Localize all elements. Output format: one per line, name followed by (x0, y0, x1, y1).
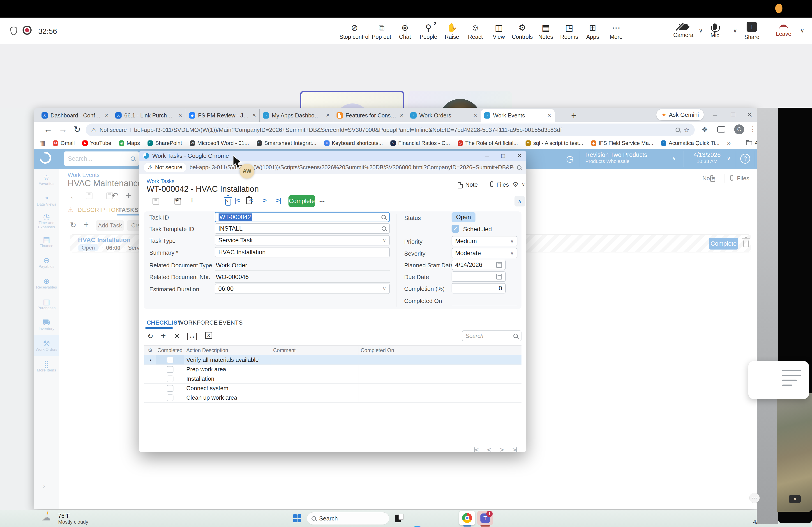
close-tab-icon[interactable]: ✕ (548, 112, 551, 118)
meeting-control-button[interactable]: ◫ View (487, 18, 510, 44)
bookmark-item[interactable]: ∿ Financial Ratios - C... (390, 140, 450, 146)
files-label[interactable]: Files (496, 181, 509, 188)
reload-icon[interactable]: ↻ (74, 124, 81, 134)
browser-tab[interactable]: ◆ FS PM Review - Jira ✕ (186, 109, 260, 122)
gear-icon[interactable]: ⚙ (512, 180, 519, 188)
completed-checkbox[interactable] (167, 394, 173, 401)
more-options-button[interactable]: ⋯ (749, 493, 760, 503)
completed-checkbox[interactable] (167, 357, 173, 363)
grid-refresh-icon[interactable]: ↻ (147, 332, 154, 340)
meeting-control-button[interactable]: ⚲ 2 People (417, 18, 440, 44)
task-type-select[interactable]: Service Task ∨ (215, 235, 390, 245)
start-button[interactable] (293, 514, 301, 522)
taskbar-search[interactable]: Search (307, 512, 389, 525)
note-label[interactable]: Note (465, 181, 478, 188)
grid-prev-page-icon[interactable]: < (487, 446, 491, 452)
first-record-icon[interactable]: |< (235, 197, 240, 204)
popup-titlebar[interactable]: Work Tasks - Google Chrome – □ ✕ (139, 151, 526, 161)
close-tab-icon[interactable]: ✕ (400, 112, 404, 118)
completion-input[interactable]: 0 (452, 283, 506, 293)
meeting-control-button[interactable]: ⋯ More (605, 18, 627, 44)
close-tab-icon[interactable]: ✕ (474, 112, 478, 118)
tab-events[interactable]: EVENTS (219, 319, 243, 326)
action-description-cell[interactable]: Clean up work area (184, 393, 271, 402)
comment-cell[interactable] (271, 374, 358, 383)
forward-icon[interactable]: → (59, 124, 67, 134)
action-description-cell[interactable]: Installation (184, 374, 271, 383)
browser-tab[interactable]: ▙ Features for Construction | ✕ (333, 109, 407, 122)
browser-tab[interactable]: ◔ Work Orders ✕ (407, 109, 481, 122)
browser-tab[interactable]: ◔ Work Events ✕ (481, 109, 555, 122)
meeting-control-button[interactable]: ⊞ Apps (581, 18, 604, 44)
action-description-cell[interactable]: Prep work area (184, 365, 271, 374)
col-action-description[interactable]: Action Description (184, 346, 271, 355)
planned-start-input[interactable]: 4/14/2026 (452, 260, 506, 270)
bookmark-item[interactable]: ◎ The Role of Artificial... (458, 140, 518, 146)
camera-preview[interactable] (777, 393, 812, 512)
estimated-duration-input[interactable]: 06:00 ∨ (215, 284, 390, 294)
completed-checkbox[interactable] (167, 376, 173, 382)
scheduled-checkbox[interactable]: ✓ (452, 225, 459, 232)
bookmark-item[interactable]: W Microsoft Word - 01... (190, 140, 249, 146)
profile-avatar[interactable]: C (734, 124, 744, 134)
completed-on-cell[interactable] (358, 393, 408, 402)
ask-gemini-button[interactable]: ✦ Ask Gemini (656, 109, 704, 120)
bookmark-item[interactable]: ⌗ Keyboard shortcuts... (324, 140, 383, 146)
close-tab-icon[interactable]: ✕ (105, 112, 109, 118)
popup-breadcrumb[interactable]: Work Tasks (147, 178, 174, 184)
next-record-icon[interactable]: > (263, 197, 266, 204)
apps-grid-icon[interactable]: ▦ (39, 139, 45, 147)
export-excel-icon[interactable]: X (205, 332, 212, 339)
complete-button[interactable]: Complete (289, 195, 315, 207)
task-template-input[interactable]: INSTALL (215, 223, 390, 234)
browser-tab[interactable]: X Dashboard - Confluence ✕ (38, 109, 112, 122)
meeting-control-button[interactable]: ☺ React (464, 18, 487, 44)
grid-last-page-icon[interactable]: >| (512, 446, 517, 452)
tab-workforce[interactable]: WORKFORCE (178, 319, 218, 326)
bookmark-item[interactable]: ◔ Acumatica Quick Ti... (661, 140, 719, 146)
close-tab-icon[interactable]: ✕ (252, 112, 256, 118)
grid-next-page-icon[interactable]: > (500, 446, 504, 452)
browser-tab[interactable]: ◔ My Apps Dashboard | Acu ✕ (260, 109, 333, 122)
completed-on-cell[interactable] (358, 383, 408, 393)
tab-checklist[interactable]: CHECKLIST (147, 319, 181, 326)
checklist-row[interactable]: Prep work area (144, 365, 521, 374)
lookup-icon[interactable] (382, 226, 386, 231)
grid-search-input[interactable]: Search (462, 330, 521, 341)
leave-chevron-icon[interactable]: ∨ (800, 28, 804, 34)
close-tab-icon[interactable]: ✕ (326, 112, 330, 118)
checklist-row[interactable]: › Verify all materials available (144, 355, 521, 365)
teams-taskbar-active[interactable]: T 1 (477, 511, 493, 525)
due-date-input[interactable] (452, 271, 506, 282)
bookmark-item[interactable]: S SharePoint (147, 140, 182, 146)
undo-icon[interactable]: ↶ (175, 196, 182, 205)
mic-chevron-icon[interactable]: ∨ (733, 28, 737, 34)
leave-button[interactable]: Leave (776, 18, 791, 44)
url-bar[interactable]: ⚠ Not secure | bel-app-I3-011/SVDEMO/(W(… (86, 123, 695, 136)
priority-select[interactable]: Medium∨ (452, 236, 518, 246)
bookmarks-overflow-icon[interactable]: » (727, 139, 731, 147)
notes-widget-card[interactable] (749, 361, 809, 399)
completed-on-cell[interactable] (358, 365, 408, 374)
meeting-control-button[interactable]: ⚙ Controls (511, 18, 534, 44)
comment-cell[interactable] (271, 355, 358, 364)
copilot-icon[interactable]: M365 (411, 525, 424, 527)
fit-width-icon[interactable]: |↔| (187, 332, 198, 340)
summary-input[interactable]: HVAC Installation (215, 247, 390, 257)
checklist-row[interactable]: Connect system (144, 383, 521, 393)
window-maximize-button[interactable]: □ (731, 110, 735, 119)
popup-close-button[interactable]: ✕ (517, 152, 522, 160)
zoom-icon[interactable] (517, 165, 521, 170)
previous-record-icon[interactable]: < (249, 197, 253, 204)
camera-button[interactable]: Camera (673, 18, 693, 44)
bookmark-item[interactable]: M Gmail (53, 140, 75, 146)
task-view-icon[interactable] (393, 512, 406, 525)
bookmark-item[interactable]: ◉ Maps (119, 140, 140, 146)
calendar-icon[interactable] (496, 262, 502, 268)
bookmark-item[interactable]: ▶ YouTube (82, 140, 111, 146)
bookmark-item[interactable]: S Smartsheet Integrat... (257, 140, 317, 146)
checklist-row[interactable]: Installation (144, 374, 521, 383)
window-close-button[interactable]: ✕ (746, 110, 753, 119)
collapse-form-button[interactable]: ∧ (514, 196, 525, 207)
meeting-control-button[interactable]: ▤ Notes (534, 18, 557, 44)
